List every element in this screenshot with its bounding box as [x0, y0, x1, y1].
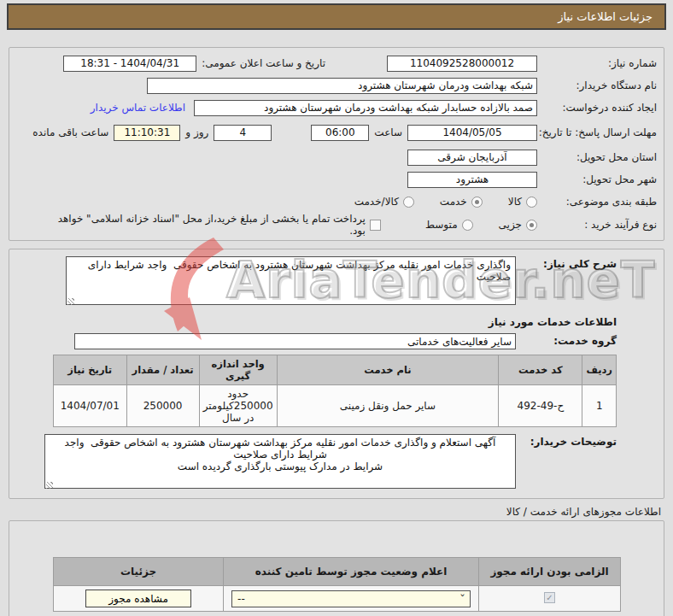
cell-license-status: ˅ --: [224, 586, 479, 612]
buyer-notes-textarea[interactable]: آگهی استعلام و واگذاری خدمات امور نقلیه …: [44, 434, 516, 489]
cell-row-number: 1: [582, 385, 617, 427]
page-title: جزئیات اطلاعات نیاز: [558, 10, 653, 23]
buyer-contact-link[interactable]: اطلاعات تماس خریدار: [91, 102, 185, 114]
request-info-groupbox: شماره نیاز: تاریخ و ساعت اعلان عمومی: نا…: [9, 47, 664, 241]
deadline-label: مهلت ارسال پاسخ: تا تاریخ:: [537, 126, 657, 139]
process-type-option-minor-label: جزیی: [499, 219, 522, 231]
need-description-label: شرح کلی نیاز:: [516, 256, 617, 270]
resize-handle-icon: [67, 298, 74, 305]
col-measure-unit: واحد اندازه گیری: [199, 355, 277, 385]
announce-datetime-label: تاریخ و ساعت اعلان عمومی:: [202, 57, 325, 69]
col-need-date: تاریخ نیاز: [54, 355, 127, 385]
province-row: استان محل تحویل:: [16, 146, 657, 168]
services-section-title: اطلاعات خدمات مورد نیاز: [9, 308, 664, 333]
city-row: شهر محل تحویل:: [16, 168, 657, 191]
deadline-hour-field[interactable]: [311, 125, 369, 141]
service-group-label: گروه خدمت:: [516, 333, 617, 347]
buyer-org-field[interactable]: [147, 78, 537, 94]
treasury-payment-checkbox[interactable]: [370, 220, 381, 231]
col-license-details: جزئیات: [54, 558, 224, 586]
request-creator-row: ایجاد کننده درخواست: اطلاعات تماس خریدار: [16, 97, 657, 119]
cell-quantity: 250000: [126, 385, 199, 427]
city-field[interactable]: [407, 172, 537, 188]
treasury-payment-label: پرداخت تمام یا بخشی از مبلغ خرید،از محل …: [42, 213, 366, 237]
col-license-mandatory: الزامی بودن ارائه مجوز: [479, 558, 621, 586]
buyer-notes-row: توضیحات خریدار: آگهی استعلام و واگذاری خ…: [9, 434, 664, 491]
classification-option-service: خدمت: [440, 196, 483, 208]
cell-need-date: 1404/07/01: [54, 385, 127, 427]
license-table: الزامی بودن ارائه مجوز اعلام وضعیت مجوز …: [53, 557, 621, 612]
request-creator-label: ایجاد کننده درخواست:: [537, 102, 657, 114]
col-service-name: نام خدمت: [277, 355, 499, 385]
page-title-bar: جزئیات اطلاعات نیاز: [7, 3, 666, 30]
table-row: 1 ح-49‏-492 سایر حمل ونقل زمینی حدود 250…: [54, 385, 617, 427]
process-type-label: نوع فرآیند خرید :: [537, 219, 657, 232]
license-status-value: --: [237, 593, 245, 605]
treasury-payment-option: پرداخت تمام یا بخشی از مبلغ خرید،از محل …: [42, 213, 381, 237]
classification-option-goods-service: کالا/خدمت: [354, 196, 414, 208]
remaining-time-field: [114, 125, 180, 141]
process-type-option-minor: جزیی: [499, 219, 537, 231]
cell-license-details: مشاهده مجوز: [54, 586, 224, 612]
license-section-title: اطلاعات مجوزهای ارائه خدمت / کالا: [0, 499, 673, 520]
classification-option-goods-service-label: کالا/خدمت: [354, 196, 399, 208]
chevron-down-icon: ˅: [459, 594, 465, 603]
need-description-textarea[interactable]: واگذاری خدمات امور نقلیه مرکز بهداشت شهر…: [66, 256, 516, 305]
service-group-row: گروه خدمت:: [9, 333, 664, 349]
buyer-org-label: نام دستگاه خریدار:: [537, 79, 657, 92]
license-status-select[interactable]: ˅ --: [231, 590, 471, 607]
deadline-hour-label: ساعت: [374, 126, 402, 138]
cell-service-code: ح-49‏-492: [499, 385, 582, 427]
process-type-option-medium-label: متوسط: [425, 219, 458, 231]
cell-measure-unit: حدود 250000کیلومتر در سال: [199, 385, 277, 427]
province-field[interactable]: [407, 150, 537, 166]
col-quantity: تعداد / مقدار: [126, 355, 199, 385]
col-license-status: اعلام وضعیت مجوز توسط تامین کننده: [224, 558, 479, 586]
deadline-row: مهلت ارسال پاسخ: تا تاریخ: ساعت روز و سا…: [16, 119, 657, 146]
process-type-option-medium: متوسط: [425, 219, 473, 231]
view-license-button[interactable]: مشاهده مجوز: [85, 590, 191, 607]
services-table: ردیف کد خدمت نام خدمت واحد اندازه گیری ت…: [53, 355, 617, 427]
license-table-row: ˅ -- مشاهده مجوز: [54, 586, 621, 612]
radio-medium-icon: [462, 220, 473, 231]
services-table-header-row: ردیف کد خدمت نام خدمت واحد اندازه گیری ت…: [54, 355, 617, 385]
buyer-notes-label: توضیحات خریدار:: [516, 434, 617, 448]
classification-option-service-label: خدمت: [440, 196, 467, 208]
classification-row: طبقه بندی موضوعی: کالا خدمت کالا/خدمت: [16, 191, 657, 213]
col-service-code: کد خدمت: [499, 355, 582, 385]
province-label: استان محل تحویل:: [537, 151, 657, 164]
service-group-field[interactable]: [74, 333, 516, 349]
license-table-header-row: الزامی بودن ارائه مجوز اعلام وضعیت مجوز …: [54, 558, 621, 586]
buyer-notes-wrap: آگهی استعلام و واگذاری خدمات امور نقلیه …: [44, 434, 516, 491]
process-type-row: نوع فرآیند خرید : جزیی متوسط پرداخت تمام…: [16, 213, 657, 237]
need-description-wrap: واگذاری خدمات امور نقلیه مرکز بهداشت شهر…: [66, 256, 516, 308]
radio-goods-icon: [526, 197, 537, 208]
col-row-number: ردیف: [582, 355, 617, 385]
need-number-label: شماره نیاز:: [537, 57, 657, 70]
services-groupbox: شرح کلی نیاز: واگذاری خدمات امور نقلیه م…: [9, 249, 664, 499]
cell-license-mandatory: [479, 586, 621, 612]
need-number-row: شماره نیاز: تاریخ و ساعت اعلان عمومی:: [16, 52, 657, 74]
radio-service-icon: [471, 197, 483, 208]
radio-goods-service-icon: [403, 197, 414, 208]
announce-datetime-field[interactable]: [63, 56, 196, 72]
need-number-field[interactable]: [387, 56, 537, 72]
remaining-days-label: روز و: [185, 126, 208, 138]
radio-minor-icon: [526, 220, 537, 231]
classification-option-goods-label: کالا: [508, 196, 522, 208]
resize-handle-icon: [46, 482, 53, 489]
deadline-date-field[interactable]: [407, 125, 537, 141]
license-mandatory-checkbox: [544, 592, 555, 603]
city-label: شهر محل تحویل:: [537, 173, 657, 186]
remaining-days-field: [214, 125, 272, 141]
need-description-row: شرح کلی نیاز: واگذاری خدمات امور نقلیه م…: [9, 256, 664, 308]
cell-service-name: سایر حمل ونقل زمینی: [277, 385, 499, 427]
request-creator-field[interactable]: [194, 100, 537, 116]
classification-label: طبقه بندی موضوعی:: [537, 196, 657, 208]
license-groupbox: الزامی بودن ارائه مجوز اعلام وضعیت مجوز …: [9, 520, 664, 616]
remaining-suffix-label: ساعت باقی مانده: [32, 126, 108, 138]
classification-option-goods: کالا: [508, 196, 537, 208]
buyer-org-row: نام دستگاه خریدار:: [16, 74, 657, 97]
